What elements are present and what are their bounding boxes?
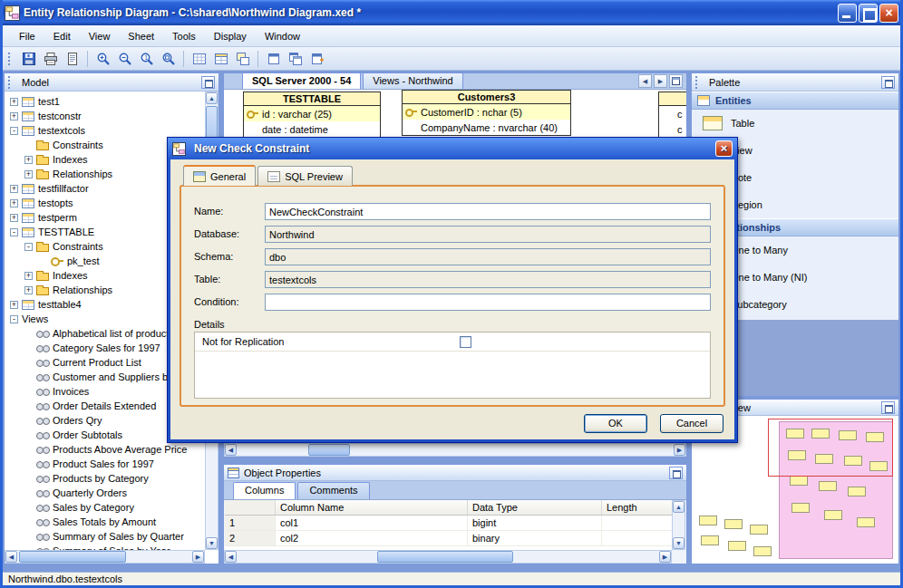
zoom-out-button[interactable] [114,49,135,69]
toolbar-grip[interactable] [8,53,12,65]
zoom-in-button[interactable] [92,49,113,69]
tree-item[interactable]: Sales by Category [5,500,205,515]
print-preview-button[interactable] [62,49,83,69]
print-button[interactable] [40,49,61,69]
tree-expander[interactable]: - [24,243,33,251]
diagram-tab[interactable]: Views - Northwind [363,72,462,89]
tree-item[interactable]: Products by Category [5,471,205,486]
sheet-list-button[interactable] [669,74,683,88]
tree-expander[interactable]: + [10,112,18,120]
scroll-thumb[interactable] [377,551,513,563]
tree-item[interactable]: Summary of Sales by Quarter [5,529,205,544]
tree-expander[interactable]: + [24,272,33,280]
scroll-down-button[interactable]: ▼ [673,537,685,549]
overlap-tables-button[interactable] [232,49,253,69]
scroll-down-button[interactable]: ▼ [206,537,218,549]
maximize-button[interactable] [859,4,878,23]
scroll-right-button[interactable]: ▶ [192,551,204,563]
menu-item[interactable]: File [10,27,44,45]
minimize-button[interactable] [838,4,857,23]
canvas-horizontal-scrollbar[interactable]: ◀ ▶ [224,443,686,457]
table-header-display-button[interactable] [210,49,231,69]
panel-float-button[interactable] [881,401,895,414]
dialog-tab[interactable]: General [183,165,256,186]
properties-tab[interactable]: Comments [297,482,369,499]
previous-sheet-button[interactable]: ◀ [638,74,652,88]
tree-expander[interactable]: + [10,185,18,193]
tree-expander[interactable]: - [10,127,18,135]
tree-expander[interactable]: + [10,199,18,207]
tree-item[interactable]: Quarterly Orders [5,486,205,500]
panel-float-button[interactable] [669,467,683,479]
diagram-tab[interactable]: SQL Server 2000 - 54 [242,72,361,89]
sheets-button[interactable] [285,49,306,69]
entity-customers3[interactable]: Customers3 CustomerID : nchar (5) Compan… [402,90,571,136]
palette-section-entities[interactable]: Entities [692,92,898,110]
dialog-titlebar[interactable]: New Check Constraint × [170,138,734,159]
next-sheet-button[interactable]: ▶ [654,74,667,88]
tree-expander[interactable]: - [10,228,18,236]
panel-grip[interactable] [8,76,12,89]
database-input[interactable] [265,226,711,243]
tree-item[interactable]: Sales Totals by Amount [5,515,205,529]
dialog-close-button[interactable]: × [715,140,733,157]
tree-expander[interactable]: + [24,156,33,164]
save-button[interactable] [18,49,39,69]
scroll-left-button[interactable]: ◀ [225,551,237,563]
scroll-thumb[interactable] [308,444,350,456]
tree-item[interactable]: Summary of Sales by Year [5,544,205,550]
tree-expander[interactable]: + [10,301,18,309]
grid-button[interactable] [189,49,209,69]
tree-expander[interactable]: + [10,214,18,222]
tree-expander[interactable]: + [10,98,18,106]
panel-grip[interactable] [695,76,699,89]
sheet-button[interactable] [263,49,284,69]
panel-float-button[interactable] [881,76,895,89]
scroll-right-button[interactable]: ▶ [659,551,671,563]
scroll-left-button[interactable]: ◀ [225,444,237,456]
scroll-up-button[interactable]: ▲ [673,501,685,513]
scroll-right-button[interactable]: ▶ [674,444,685,456]
tree-item[interactable]: + test1 [5,94,205,109]
entity-testtable[interactable]: TESTTABLE id : varchar (25) date : datet… [243,92,381,138]
zoom-fit-button[interactable] [158,49,179,69]
scroll-left-button[interactable]: ◀ [5,551,17,563]
sheet-add-button[interactable] [306,49,327,69]
object-properties-header[interactable]: Object Properties [224,465,686,481]
name-input[interactable] [265,203,711,220]
table-input[interactable] [265,271,711,288]
tree-item[interactable]: + testconstr [5,109,205,123]
ok-button[interactable]: OK [584,414,647,433]
scroll-thumb[interactable] [19,551,126,563]
menu-item[interactable]: Edit [44,27,80,45]
grid-vertical-scrollbar[interactable]: ▲ ▼ [672,500,685,550]
menu-item[interactable]: View [80,27,120,45]
panel-float-button[interactable] [201,76,215,89]
zoom-normal-button[interactable]: 1 [136,49,157,69]
scroll-up-button[interactable]: ▲ [206,92,218,104]
tree-item[interactable]: Products Above Average Price [5,442,205,457]
entity-partial[interactable]: c c [658,92,686,138]
model-horizontal-scrollbar[interactable]: ◀ ▶ [5,550,205,564]
palette-item[interactable]: Table [692,110,898,137]
grid-horizontal-scrollbar[interactable]: ◀ ▶ [224,550,672,564]
cancel-button[interactable]: Cancel [660,414,723,433]
tree-expander[interactable]: + [24,170,33,178]
not-for-replication-checkbox[interactable] [460,336,471,348]
model-panel-header[interactable]: Model [5,73,218,92]
condition-input[interactable] [265,294,711,311]
overview-viewport-rect[interactable] [768,419,893,477]
properties-tab[interactable]: Columns [233,482,296,499]
tree-expander[interactable]: - [10,315,18,323]
menu-item[interactable]: Tools [163,27,205,45]
menu-item[interactable]: Sheet [119,27,163,45]
close-button[interactable]: × [879,4,898,23]
table-row[interactable]: 2 col2 binary [225,531,672,546]
table-row[interactable]: 1 col1 bigint [225,516,672,531]
tree-expander[interactable]: + [24,286,33,294]
palette-header[interactable]: Palette [692,73,898,92]
tree-item[interactable]: - testextcols [5,123,205,138]
menu-item[interactable]: Display [205,27,256,45]
dialog-tab[interactable]: SQL Preview [257,166,353,186]
schema-input[interactable] [265,248,711,265]
